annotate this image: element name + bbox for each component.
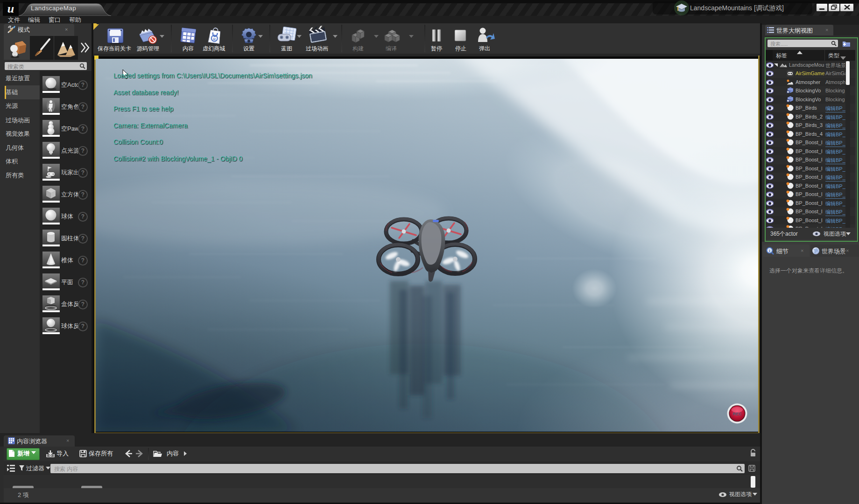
svg-text:u: u (7, 2, 14, 15)
svg-text:REC: REC (732, 412, 742, 416)
